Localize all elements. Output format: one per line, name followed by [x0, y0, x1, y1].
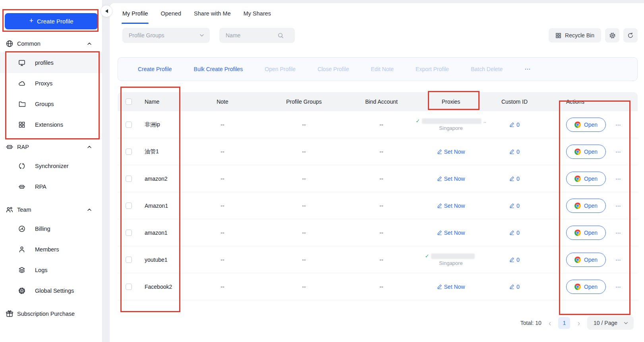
- table-header: Name Note Profile Groups Bind Account Pr…: [118, 92, 638, 111]
- name-search-input[interactable]: [226, 32, 277, 39]
- action-create-profile[interactable]: Create Profile: [138, 66, 172, 72]
- action-batch-delete[interactable]: Batch Delete: [471, 66, 503, 72]
- sidebar-item-label: RPA: [35, 184, 46, 190]
- sidebar-item-logs[interactable]: Logs: [0, 260, 102, 280]
- gear-icon: [18, 287, 25, 294]
- open-profile-button[interactable]: Open: [566, 145, 606, 159]
- row-more-button[interactable]: ⋯: [615, 176, 622, 182]
- section-label: Common: [17, 41, 86, 47]
- set-proxy-link[interactable]: Set Now: [437, 176, 465, 182]
- open-label: Open: [584, 122, 598, 128]
- row-more-button[interactable]: ⋯: [615, 284, 622, 290]
- sync-icon: [18, 162, 25, 170]
- set-proxy-link[interactable]: Set Now: [437, 203, 465, 209]
- open-profile-button[interactable]: Open: [566, 253, 606, 267]
- recycle-bin-button[interactable]: Recycle Bin: [549, 28, 601, 43]
- custom-id-edit[interactable]: 0: [509, 149, 520, 155]
- grid-icon: [555, 33, 561, 39]
- current-page-button[interactable]: 1: [558, 317, 570, 329]
- action-edit-note[interactable]: Edit Note: [371, 66, 394, 72]
- action-export-profile[interactable]: Export Profile: [416, 66, 449, 72]
- row-checkbox[interactable]: [126, 257, 132, 263]
- action-bulk-create-profiles[interactable]: Bulk Create Profiles: [194, 66, 243, 72]
- action-more-button[interactable]: ⋯: [524, 66, 531, 73]
- profile-groups-cell: --: [258, 284, 350, 290]
- custom-id-edit[interactable]: 0: [509, 284, 520, 290]
- pencil-icon: [437, 230, 442, 235]
- set-now-label: Set Now: [444, 149, 465, 155]
- set-proxy-link[interactable]: Set Now: [437, 149, 465, 155]
- custom-id-edit[interactable]: 0: [509, 230, 520, 236]
- action-close-profile[interactable]: Close Profile: [317, 66, 349, 72]
- pencil-icon: [509, 257, 514, 262]
- column-header-note: Note: [187, 99, 258, 105]
- check-icon: ✓: [416, 118, 420, 124]
- sidebar-item-members[interactable]: Members: [0, 239, 102, 260]
- section-label: Team: [17, 207, 86, 213]
- profile-groups-select[interactable]: Profile Groups: [122, 28, 210, 43]
- row-checkbox[interactable]: [126, 203, 132, 209]
- row-checkbox[interactable]: [126, 149, 132, 155]
- table-row: Facebook2 -- -- -- Set Now 0 Open ⋯: [118, 273, 638, 300]
- row-more-button[interactable]: ⋯: [615, 149, 622, 155]
- sidebar-item-global-settings[interactable]: Global Settings: [0, 280, 102, 301]
- row-more-button[interactable]: ⋯: [615, 203, 622, 209]
- chrome-icon: [574, 284, 581, 290]
- sidebar-collapse-button[interactable]: [101, 5, 112, 17]
- sidebar-section-common[interactable]: Common: [0, 35, 102, 52]
- open-profile-button[interactable]: Open: [566, 226, 606, 240]
- column-header-bind-account: Bind Account: [350, 99, 413, 105]
- sidebar-item-proxys[interactable]: Proxys: [0, 73, 102, 94]
- open-profile-button[interactable]: Open: [566, 199, 606, 213]
- custom-id-edit[interactable]: 0: [509, 176, 520, 182]
- sidebar-section-team[interactable]: Team: [0, 201, 102, 218]
- sidebar-section-rap[interactable]: RAP: [0, 138, 102, 156]
- sidebar-item-subscription-purchase[interactable]: Subscription Purchase: [0, 305, 102, 323]
- proxy-cell: ✓ Singapore: [413, 253, 489, 266]
- plus-icon: +: [29, 17, 33, 25]
- table-row: youtube1 -- -- -- ✓ Singapore 0: [118, 246, 638, 273]
- robot-icon: [18, 183, 25, 190]
- row-more-button[interactable]: ⋯: [615, 230, 622, 236]
- tab-my-profile[interactable]: My Profile: [122, 10, 148, 24]
- set-proxy-link[interactable]: Set Now: [437, 284, 465, 290]
- sidebar-item-profiles[interactable]: profiles: [0, 52, 102, 73]
- custom-id-edit[interactable]: 0: [509, 257, 520, 263]
- open-profile-button[interactable]: Open: [566, 172, 606, 186]
- sidebar-item-groups[interactable]: Groups: [0, 94, 102, 114]
- set-proxy-link[interactable]: Set Now: [437, 230, 465, 236]
- page-size-select[interactable]: 10 / Page: [587, 316, 634, 330]
- select-all-checkbox[interactable]: [126, 99, 132, 105]
- page-size-label: 10 / Page: [594, 320, 617, 326]
- settings-button[interactable]: [605, 28, 619, 43]
- layers-icon: [18, 267, 25, 274]
- refresh-button[interactable]: [623, 28, 638, 43]
- create-profile-button[interactable]: + Create Profile: [5, 13, 98, 29]
- person-icon: [18, 246, 25, 253]
- row-checkbox[interactable]: [126, 284, 132, 290]
- tab-opened[interactable]: Opened: [161, 10, 181, 24]
- tab-share-with-me[interactable]: Share with Me: [194, 10, 231, 24]
- row-more-button[interactable]: ⋯: [615, 257, 622, 263]
- sidebar-item-synchronizer[interactable]: Synchronizer: [0, 156, 102, 176]
- sidebar-item-extensions[interactable]: Extensions: [0, 114, 102, 135]
- row-checkbox[interactable]: [126, 230, 132, 236]
- row-checkbox[interactable]: [126, 122, 132, 128]
- sidebar-item-billing[interactable]: Billing: [0, 218, 102, 239]
- check-icon: ✓: [425, 253, 429, 259]
- next-page-button[interactable]: ›: [576, 319, 582, 327]
- custom-id-edit[interactable]: 0: [509, 122, 520, 128]
- action-open-profile[interactable]: Open Profile: [265, 66, 296, 72]
- row-more-button[interactable]: ⋯: [615, 122, 622, 128]
- open-profile-button[interactable]: Open: [566, 280, 606, 294]
- prev-page-button[interactable]: ‹: [547, 319, 553, 327]
- sidebar-item-rpa[interactable]: RPA: [0, 176, 102, 197]
- proxy-cell: ✓ .. Singapore: [413, 118, 489, 131]
- column-header-profile-groups: Profile Groups: [258, 99, 350, 105]
- note-cell: --: [187, 149, 258, 155]
- tab-my-shares[interactable]: My Shares: [244, 10, 271, 24]
- custom-id-value: 0: [516, 176, 520, 182]
- open-profile-button[interactable]: Open: [566, 118, 606, 132]
- row-checkbox[interactable]: [126, 176, 132, 182]
- custom-id-edit[interactable]: 0: [509, 203, 520, 209]
